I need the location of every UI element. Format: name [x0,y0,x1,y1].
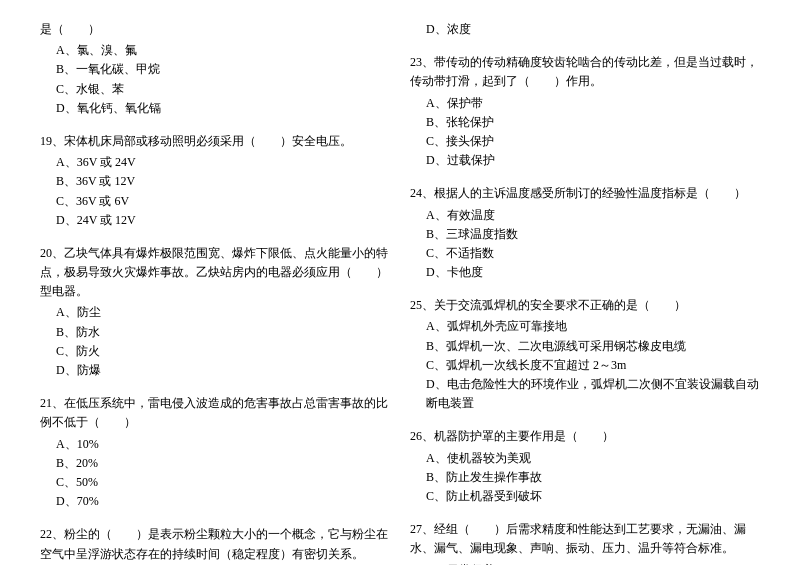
question-21: 21、在低压系统中，雷电侵入波造成的危害事故占总雷害事故的比例不低于（ ） A、… [40,394,390,511]
q21-option-c: C、50% [40,473,390,492]
q19-option-c: C、36V 或 6V [40,192,390,211]
question-21-title: 21、在低压系统中，雷电侵入波造成的危害事故占总雷害事故的比例不低于（ ） [40,394,390,432]
q26-option-a: A、使机器较为美观 [410,449,760,468]
q27-option-a: A、日常保养 [410,561,760,566]
option-c: C、水银、苯 [40,80,390,99]
option-b: B、一氧化碳、甲烷 [40,60,390,79]
question-20: 20、乙块气体具有爆炸极限范围宽、爆炸下限低、点火能量小的特点，极易导致火灾爆炸… [40,244,390,380]
question-23-title: 23、带传动的传动精确度较齿轮啮合的传动比差，但是当过载时，传动带打滑，起到了（… [410,53,760,91]
q25-option-d: D、电击危险性大的环境作业，弧焊机二次侧不宜装设漏载自动断电装置 [410,375,760,413]
question-intro-title: 是（ ） [40,20,390,39]
question-23: 23、带传动的传动精确度较齿轮啮合的传动比差，但是当过载时，传动带打滑，起到了（… [410,53,760,170]
q23-option-c: C、接头保护 [410,132,760,151]
q19-option-d: D、24V 或 12V [40,211,390,230]
question-24-title: 24、根据人的主诉温度感受所制订的经验性温度指标是（ ） [410,184,760,203]
q24-option-b: B、三球温度指数 [410,225,760,244]
q25-option-a: A、弧焊机外壳应可靠接地 [410,317,760,336]
q20-option-b: B、防水 [40,323,390,342]
question-25: 25、关于交流弧焊机的安全要求不正确的是（ ） A、弧焊机外壳应可靠接地 B、弧… [410,296,760,413]
question-22: 22、粉尘的（ ）是表示粉尘颗粒大小的一个概念，它与粉尘在空气中呈浮游状态存在的… [40,525,390,565]
question-20-title: 20、乙块气体具有爆炸极限范围宽、爆炸下限低、点火能量小的特点，极易导致火灾爆炸… [40,244,390,302]
question-19-title: 19、宋体机床局部或移动照明必须采用（ ）安全电压。 [40,132,390,151]
question-24: 24、根据人的主诉温度感受所制订的经验性温度指标是（ ） A、有效温度 B、三球… [410,184,760,282]
q19-option-a: A、36V 或 24V [40,153,390,172]
q20-option-d: D、防爆 [40,361,390,380]
question-26-title: 26、机器防护罩的主要作用是（ ） [410,427,760,446]
question-22-title: 22、粉尘的（ ）是表示粉尘颗粒大小的一个概念，它与粉尘在空气中呈浮游状态存在的… [40,525,390,563]
option-a: A、氯、溴、氟 [40,41,390,60]
question-26: 26、机器防护罩的主要作用是（ ） A、使机器较为美观 B、防止发生操作事故 C… [410,427,760,506]
q19-option-b: B、36V 或 12V [40,172,390,191]
question-27-title: 27、经组（ ）后需求精度和性能达到工艺要求，无漏油、漏水、漏气、漏电现象、声响… [410,520,760,558]
page-content: 是（ ） A、氯、溴、氟 B、一氧化碳、甲烷 C、水银、苯 D、氧化钙、氧化镉 … [40,20,760,565]
question-27: 27、经组（ ）后需求精度和性能达到工艺要求，无漏油、漏水、漏气、漏电现象、声响… [410,520,760,565]
q20-option-a: A、防尘 [40,303,390,322]
option-d: D、氧化钙、氧化镉 [40,99,390,118]
q21-option-b: B、20% [40,454,390,473]
question-19: 19、宋体机床局部或移动照明必须采用（ ）安全电压。 A、36V 或 24V B… [40,132,390,230]
q24-option-a: A、有效温度 [410,206,760,225]
q21-option-a: A、10% [40,435,390,454]
q20-option-c: C、防火 [40,342,390,361]
q26-option-c: C、防止机器受到破坏 [410,487,760,506]
q25-option-b: B、弧焊机一次、二次电源线可采用钢芯橡皮电缆 [410,337,760,356]
d-option: D、浓度 [410,20,760,39]
right-column: D、浓度 23、带传动的传动精确度较齿轮啮合的传动比差，但是当过载时，传动带打滑… [410,20,760,565]
question-intro: 是（ ） A、氯、溴、氟 B、一氧化碳、甲烷 C、水银、苯 D、氧化钙、氧化镉 [40,20,390,118]
q23-option-a: A、保护带 [410,94,760,113]
left-column: 是（ ） A、氯、溴、氟 B、一氧化碳、甲烷 C、水银、苯 D、氧化钙、氧化镉 … [40,20,390,565]
q24-option-d: D、卡他度 [410,263,760,282]
q21-option-d: D、70% [40,492,390,511]
q26-option-b: B、防止发生操作事故 [410,468,760,487]
q23-option-d: D、过载保护 [410,151,760,170]
question-d-note: D、浓度 [410,20,760,39]
q25-option-c: C、弧焊机一次线长度不宜超过 2～3m [410,356,760,375]
q23-option-b: B、张轮保护 [410,113,760,132]
question-25-title: 25、关于交流弧焊机的安全要求不正确的是（ ） [410,296,760,315]
q24-option-c: C、不适指数 [410,244,760,263]
